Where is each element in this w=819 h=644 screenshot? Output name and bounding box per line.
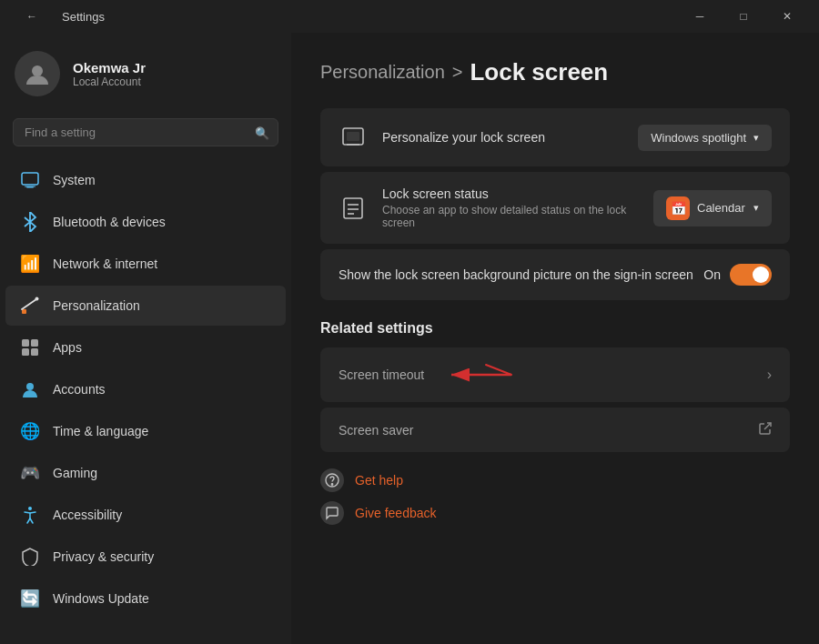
give-feedback-link[interactable]: Give feedback <box>320 501 790 525</box>
svg-point-12 <box>28 507 32 510</box>
lock-status-icon <box>339 194 368 223</box>
sidebar-label-accounts: Accounts <box>53 382 106 397</box>
sidebar-item-privacy[interactable]: Privacy & security <box>5 537 286 577</box>
windows-spotlight-dropdown[interactable]: Windows spotlight ▾ <box>638 125 772 151</box>
screen-timeout-left: Screen timeout <box>339 362 513 387</box>
card-left-sign-in: Show the lock screen background picture … <box>339 267 693 282</box>
screen-timeout-label: Screen timeout <box>339 367 424 382</box>
sidebar-label-time: Time & language <box>53 424 148 438</box>
card-left-lock-screen: Personalize your lock screen <box>339 123 545 152</box>
sidebar-item-windows-update[interactable]: 🔄 Windows Update <box>5 579 286 619</box>
screen-timeout-item[interactable]: Screen timeout › <box>320 347 790 402</box>
sidebar-label-system: System <box>53 173 96 187</box>
sidebar-item-network[interactable]: 📶 Network & internet <box>5 244 286 284</box>
sidebar-item-system[interactable]: System <box>5 160 286 200</box>
maximize-button[interactable]: □ <box>723 0 764 33</box>
sidebar-label-apps: Apps <box>53 340 82 355</box>
svg-rect-9 <box>22 348 29 356</box>
screen-saver-label: Screen saver <box>339 423 413 438</box>
sidebar-item-apps[interactable]: Apps <box>5 327 286 367</box>
network-icon: 📶 <box>20 254 40 274</box>
sidebar-label-windows-update: Windows Update <box>53 591 149 606</box>
accessibility-icon <box>20 505 40 525</box>
svg-rect-4 <box>22 309 26 314</box>
bluetooth-icon <box>20 212 40 232</box>
privacy-icon <box>20 547 40 567</box>
back-button[interactable]: ← <box>11 0 53 33</box>
lock-screen-text: Personalize your lock screen <box>382 130 545 145</box>
svg-line-5 <box>22 299 36 309</box>
svg-rect-3 <box>25 186 35 187</box>
svg-rect-10 <box>31 348 38 356</box>
sidebar-label-gaming: Gaming <box>53 466 97 480</box>
sidebar-item-accounts[interactable]: Accounts <box>5 369 286 409</box>
calendar-dropdown[interactable]: 📅 Calendar ▾ <box>653 190 772 226</box>
lock-screen-card: Personalize your lock screen Windows spo… <box>320 108 790 166</box>
sidebar-label-network: Network & internet <box>53 257 157 271</box>
sign-in-toggle[interactable] <box>730 264 772 286</box>
get-help-label: Get help <box>355 473 403 488</box>
titlebar-left: ← Settings <box>11 0 105 33</box>
sidebar-item-accessibility[interactable]: Accessibility <box>5 495 286 535</box>
svg-point-11 <box>26 383 34 390</box>
username: Okemwa Jr <box>73 60 146 75</box>
search-input[interactable] <box>13 118 278 146</box>
lock-status-text: Lock screen status Choose an app to show… <box>382 186 653 229</box>
search-box[interactable]: 🔍 <box>13 118 278 146</box>
red-arrow-icon <box>440 362 513 387</box>
sidebar-item-personalization[interactable]: Personalization <box>5 286 286 326</box>
calendar-badge-icon: 📅 <box>666 196 690 220</box>
svg-line-14 <box>27 518 30 523</box>
svg-rect-7 <box>22 339 29 347</box>
related-settings-title: Related settings <box>320 320 790 337</box>
bottom-links: Get help Give feedback <box>320 468 790 525</box>
sidebar-item-gaming[interactable]: 🎮 Gaming <box>5 453 286 493</box>
svg-rect-19 <box>344 198 362 218</box>
sidebar-item-bluetooth[interactable]: Bluetooth & devices <box>5 202 286 242</box>
toggle-on-label: On <box>703 267 721 282</box>
svg-rect-17 <box>347 132 359 141</box>
lock-status-control[interactable]: 📅 Calendar ▾ <box>653 190 772 226</box>
svg-point-28 <box>331 484 332 485</box>
lock-screen-icon <box>339 123 368 152</box>
svg-rect-8 <box>31 339 38 347</box>
windows-spotlight-value: Windows spotlight <box>651 131 746 145</box>
calendar-value: Calendar <box>697 201 745 215</box>
sidebar-label-personalization: Personalization <box>53 298 140 313</box>
search-icon: 🔍 <box>255 126 269 139</box>
titlebar-controls: ─ □ ✕ <box>679 0 808 33</box>
card-left-lock-status: Lock screen status Choose an app to show… <box>339 186 653 229</box>
screen-saver-left: Screen saver <box>339 423 413 438</box>
apps-icon <box>20 337 40 357</box>
time-icon: 🌐 <box>20 421 40 441</box>
breadcrumb-current: Lock screen <box>470 58 608 86</box>
main-layout: Okemwa Jr Local Account 🔍 System Bluetoo… <box>0 33 819 644</box>
windows-update-icon: 🔄 <box>20 589 40 609</box>
system-icon <box>20 170 40 190</box>
user-section[interactable]: Okemwa Jr Local Account <box>0 33 291 111</box>
sign-in-title: Show the lock screen background picture … <box>339 267 693 282</box>
get-help-link[interactable]: Get help <box>320 468 790 492</box>
breadcrumb-parent[interactable]: Personalization <box>320 62 445 83</box>
minimize-button[interactable]: ─ <box>679 0 721 33</box>
sidebar-item-time[interactable]: 🌐 Time & language <box>5 411 286 451</box>
lock-screen-control[interactable]: Windows spotlight ▾ <box>638 125 772 151</box>
avatar <box>15 51 60 96</box>
accounts-icon <box>20 379 40 399</box>
screen-saver-item[interactable]: Screen saver <box>320 408 790 452</box>
close-button[interactable]: ✕ <box>766 0 808 33</box>
svg-point-6 <box>35 297 39 301</box>
give-feedback-label: Give feedback <box>355 506 437 520</box>
svg-line-26 <box>764 423 771 429</box>
sign-in-toggle-container: On <box>703 264 772 286</box>
svg-rect-1 <box>22 173 38 185</box>
chevron-down-icon: ▾ <box>753 202 759 214</box>
breadcrumb-separator: > <box>452 62 463 83</box>
svg-line-25 <box>486 365 511 375</box>
external-link-icon <box>759 422 772 438</box>
gaming-icon: 🎮 <box>20 463 40 483</box>
sign-in-text: Show the lock screen background picture … <box>339 267 693 282</box>
sidebar: Okemwa Jr Local Account 🔍 System Bluetoo… <box>0 33 291 644</box>
lock-screen-title: Personalize your lock screen <box>382 130 545 145</box>
breadcrumb: Personalization > Lock screen <box>320 58 790 86</box>
